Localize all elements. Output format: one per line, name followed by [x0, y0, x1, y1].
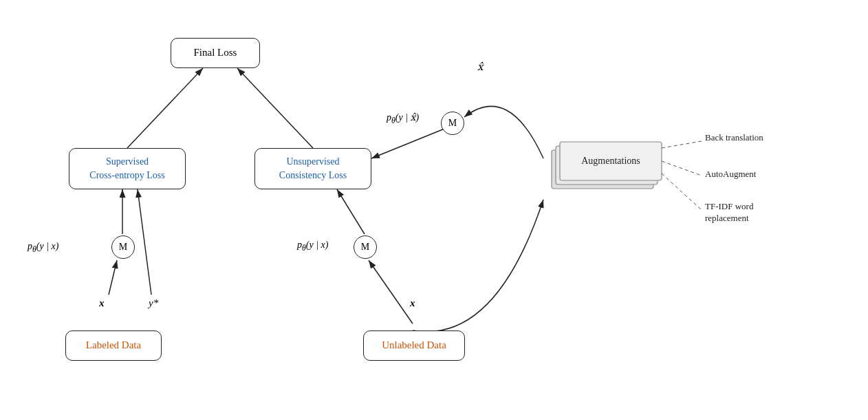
svg-line-13 — [662, 141, 702, 148]
back-translation-label: Back translation — [705, 132, 763, 143]
final-loss-node: Final Loss — [171, 38, 260, 68]
svg-line-7 — [337, 189, 365, 234]
m-node-unsupervised-lower: M — [354, 235, 377, 259]
m-node-unsupervised-upper: M — [441, 112, 464, 135]
unlabeled-data-node: Unlabeled Data — [363, 330, 465, 361]
ystar-label: y* — [149, 297, 158, 309]
pyx-supervised-label: pθ(y | x) — [28, 241, 58, 254]
svg-line-9 — [371, 127, 448, 158]
labeled-data-node: Labeled Data — [65, 330, 162, 361]
svg-line-3 — [237, 68, 313, 148]
x-unsupervised-label: x — [410, 297, 415, 309]
svg-line-15 — [662, 174, 702, 210]
augmentations-label: Augmentations — [560, 142, 662, 180]
supervised-loss-node: SupervisedCross-entropy Loss — [69, 148, 186, 189]
svg-line-2 — [127, 68, 203, 148]
svg-line-6 — [138, 189, 151, 295]
svg-line-14 — [662, 161, 702, 176]
xhat-label: x̂ — [477, 61, 483, 73]
unsupervised-loss-label: UnsupervisedConsistency Loss — [279, 155, 347, 182]
autoaugment-label: AutoAugment — [705, 169, 756, 180]
tfidf-label: TF-IDF wordreplacement — [705, 201, 753, 224]
svg-line-5 — [109, 260, 117, 295]
unsupervised-loss-node: UnsupervisedConsistency Loss — [254, 148, 371, 189]
unlabeled-data-label: Unlabeled Data — [382, 339, 446, 353]
svg-line-8 — [369, 260, 413, 324]
supervised-loss-label: SupervisedCross-entropy Loss — [89, 155, 164, 182]
pyxhat-label: pθ(y | x̂) — [387, 112, 419, 125]
final-loss-label: Final Loss — [194, 46, 237, 60]
m-node-supervised: M — [111, 235, 135, 259]
x-supervised-label: x — [99, 297, 105, 309]
labeled-data-label: Labeled Data — [86, 339, 141, 353]
pyx-unsupervised-label: pθ(y | x) — [297, 240, 328, 253]
diagram: Final Loss SupervisedCross-entropy Loss … — [0, 0, 868, 420]
